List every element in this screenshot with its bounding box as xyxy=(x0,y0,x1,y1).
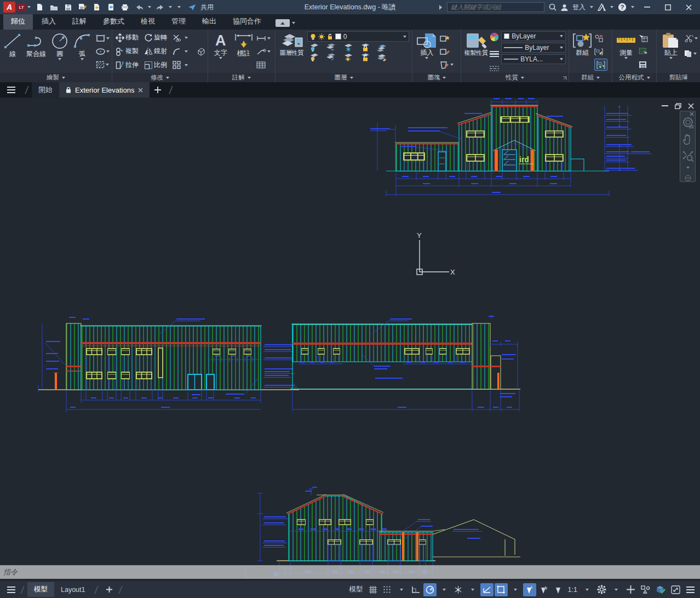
app-menu-button[interactable]: A LT xyxy=(3,2,31,13)
mobile-app-button[interactable] xyxy=(105,2,116,12)
autodesk-icon[interactable] xyxy=(598,3,606,11)
panel-label-clipboard[interactable]: 剪貼簿 xyxy=(657,73,700,82)
leader-button[interactable] xyxy=(256,45,271,58)
group-edit-button[interactable] xyxy=(594,45,607,58)
trim-icon[interactable] xyxy=(173,34,181,42)
layer-off-icon[interactable] xyxy=(308,43,319,52)
linetype-select[interactable]: BYLA... xyxy=(501,54,566,64)
undo-button[interactable] xyxy=(134,2,145,12)
drawing-minimize-button[interactable] xyxy=(662,105,668,107)
mirror-icon[interactable] xyxy=(144,47,153,55)
properties-dialog-launcher-icon[interactable] xyxy=(563,76,567,81)
layout1-tab[interactable]: Layout1 xyxy=(54,583,91,596)
navbar-menu-icon[interactable] xyxy=(685,175,691,181)
quick-calculator-button[interactable] xyxy=(639,59,648,71)
layer-thaw-all-icon[interactable] xyxy=(325,53,336,61)
panel-label-utilities[interactable]: 公用程式 xyxy=(612,73,656,82)
undo-dropdown-icon[interactable] xyxy=(148,6,151,8)
color-dropdown-icon[interactable] xyxy=(560,35,563,37)
select-similar-button[interactable] xyxy=(639,45,648,58)
table-button[interactable] xyxy=(256,59,271,71)
isolate-objects-button[interactable] xyxy=(639,583,652,596)
circle-button[interactable]: 圓 xyxy=(49,31,71,60)
layer-match-icon[interactable] xyxy=(376,53,387,61)
export-button[interactable] xyxy=(91,2,102,12)
dimension-button[interactable]: 標註 xyxy=(232,31,255,57)
scale-icon[interactable] xyxy=(144,61,153,70)
copy-clip-button[interactable] xyxy=(684,48,698,60)
autodesk-dropdown-icon[interactable] xyxy=(610,6,613,8)
navbar-close-icon[interactable] xyxy=(690,112,694,116)
arc-button[interactable]: 弧 xyxy=(72,31,93,60)
help-search-input[interactable] xyxy=(447,2,544,12)
insert-button[interactable]: 插入 xyxy=(415,31,439,59)
sign-in-dropdown-icon[interactable] xyxy=(590,6,593,8)
linetype-dropdown-icon[interactable] xyxy=(560,58,563,60)
ungroup-button[interactable] xyxy=(594,32,607,44)
print-button[interactable] xyxy=(119,2,130,12)
mirror-button[interactable]: 鏡射 xyxy=(154,47,173,56)
paste-dropdown-icon[interactable] xyxy=(669,57,673,59)
layer-fade-icon[interactable] xyxy=(342,53,353,61)
layer-select[interactable]: 0 xyxy=(307,31,409,42)
object-snap-toggle[interactable] xyxy=(495,583,508,596)
new-file-button[interactable] xyxy=(34,2,45,12)
drawing-restore-button[interactable] xyxy=(675,103,681,109)
panel-label-modify[interactable]: 修改 xyxy=(112,73,208,82)
save-button[interactable] xyxy=(62,2,73,12)
model-space-toggle[interactable]: 模型 xyxy=(347,583,365,596)
file-tab-menu-button[interactable] xyxy=(0,82,22,98)
cut-button[interactable] xyxy=(684,32,698,44)
autoscale-toggle[interactable] xyxy=(537,583,550,596)
leader-dropdown-icon[interactable] xyxy=(267,50,271,53)
panel-label-block[interactable]: 圖塊 xyxy=(412,73,461,82)
layer-make-current-icon[interactable] xyxy=(376,43,387,52)
rectangle-dropdown-icon[interactable] xyxy=(106,37,110,39)
layout-menu-button[interactable] xyxy=(4,583,18,596)
create-block-button[interactable] xyxy=(440,32,454,44)
file-tab-active-document[interactable]: Exterior Elevations xyxy=(59,82,150,98)
panel-label-annotate[interactable]: 註解 xyxy=(208,73,275,82)
navigation-bar[interactable]: 2D xyxy=(680,111,696,182)
copy-button[interactable]: 複製 xyxy=(125,47,144,56)
object-color-select[interactable]: ByLayer xyxy=(501,31,566,41)
copy-clip-dropdown-icon[interactable] xyxy=(693,53,697,55)
scale-button[interactable]: 比例 xyxy=(154,60,173,70)
stretch-button[interactable]: 拉伸 xyxy=(125,60,144,70)
new-drawing-tab-button[interactable] xyxy=(150,82,166,98)
dimension-dropdown-icon[interactable] xyxy=(267,37,271,39)
layer-unlock-all-icon[interactable] xyxy=(359,53,370,61)
close-tab-icon[interactable] xyxy=(138,88,143,93)
graphics-performance-button[interactable] xyxy=(653,583,668,596)
rectangle-button[interactable] xyxy=(96,32,110,44)
layer-lock-icon[interactable] xyxy=(359,43,370,52)
rotate-button[interactable]: 旋轉 xyxy=(154,33,173,42)
move-button[interactable]: 移動 xyxy=(125,33,144,42)
minimize-button[interactable] xyxy=(639,1,655,13)
drawing-close-button[interactable] xyxy=(688,103,694,109)
ellipse-button[interactable] xyxy=(96,45,110,58)
tab-view[interactable]: 檢視 xyxy=(133,14,163,30)
measure-button[interactable]: 測量 xyxy=(615,31,638,59)
grid-toggle[interactable] xyxy=(366,583,380,596)
lineweight-icon[interactable] xyxy=(490,51,499,57)
linear-dimension-button[interactable] xyxy=(256,32,271,44)
annotation-scale-dropdown-icon[interactable] xyxy=(581,583,594,596)
qat-customize-icon[interactable] xyxy=(177,6,181,8)
expand-search-icon[interactable] xyxy=(439,4,443,10)
ribbon-collapse-button[interactable] xyxy=(276,19,295,27)
redo-button[interactable] xyxy=(154,2,165,12)
ellipse-dropdown-icon[interactable] xyxy=(106,50,110,53)
group-button[interactable]: 群組 xyxy=(571,31,593,56)
snap-toggle[interactable] xyxy=(381,583,394,596)
stretch-icon[interactable] xyxy=(116,61,124,70)
annotation-visibility-toggle[interactable] xyxy=(523,583,536,596)
tab-collaborate[interactable]: 協同合作 xyxy=(225,14,269,30)
search-icon[interactable] xyxy=(549,3,556,11)
share-label[interactable]: 共用 xyxy=(200,3,214,12)
workspace-switching-button[interactable] xyxy=(595,583,609,596)
layer-properties-button[interactable]: 圖層性質 xyxy=(278,31,306,56)
crosshair-button[interactable] xyxy=(624,583,638,596)
fillet-dropdown-icon[interactable] xyxy=(185,50,188,53)
match-properties-button[interactable]: 複製性質 xyxy=(463,31,489,56)
